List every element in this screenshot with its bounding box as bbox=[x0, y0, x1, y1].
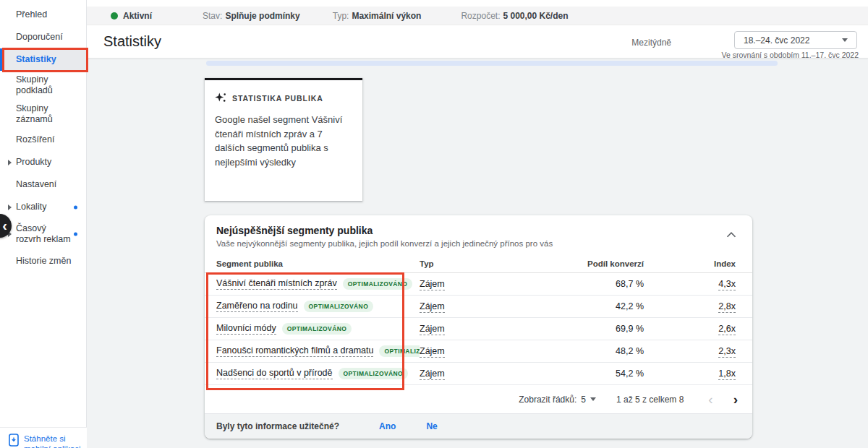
chevron-down-icon bbox=[842, 38, 848, 42]
sidebar-item-label: Přehled bbox=[16, 9, 47, 20]
index-value[interactable]: 2,8x bbox=[718, 301, 736, 313]
sidebar-item-label: Časový rozvrh reklam bbox=[16, 223, 72, 245]
rozpocet-value: 5 000,00 Kč/den bbox=[503, 11, 568, 21]
sidebar: Přehled Doporučení Statistiky Skupiny po… bbox=[0, 0, 87, 448]
insight-card-body: Google našel segment Vášniví čtenáři mís… bbox=[205, 104, 362, 169]
next-page-button[interactable]: › bbox=[733, 392, 738, 408]
sidebar-item-label: Historie změn bbox=[16, 256, 71, 267]
index-value[interactable]: 1,8x bbox=[718, 369, 736, 380]
podil-value: 68,7 % bbox=[557, 279, 644, 289]
col-index: Index bbox=[644, 259, 736, 268]
col-podil: Podíl konverzí bbox=[557, 259, 644, 268]
feedback-bar: Byly tyto informace užitečné? Ano Ne bbox=[205, 413, 752, 439]
sidebar-item-produkty[interactable]: Produkty bbox=[0, 151, 86, 173]
table-row: Nadšenci do sportů v příroděOPTIMALIZOVÁ… bbox=[205, 363, 752, 385]
col-segment: Segment publika bbox=[216, 259, 420, 268]
rozpocet-label: Rozpočet: bbox=[461, 11, 500, 21]
podil-value: 54,2 % bbox=[557, 369, 644, 379]
typ-link[interactable]: Zájem bbox=[420, 324, 445, 335]
expand-arrow-icon bbox=[8, 160, 12, 165]
feedback-yes-button[interactable]: Ano bbox=[379, 421, 396, 431]
podil-value: 42,2 % bbox=[557, 301, 644, 311]
typ-label: Typ: bbox=[333, 11, 349, 21]
typ-link[interactable]: Zájem bbox=[420, 369, 445, 380]
chevron-up-icon[interactable] bbox=[723, 227, 739, 243]
table-row: Zaměřeno na rodinuOPTIMALIZOVÁNO Zájem 4… bbox=[205, 296, 752, 318]
period-label: Mezitýdně bbox=[631, 38, 671, 48]
optimized-badge: OPTIMALIZOVÁNO bbox=[379, 345, 420, 357]
sidebar-item-label: Nastavení bbox=[16, 179, 56, 190]
stav-label: Stav: bbox=[203, 11, 222, 21]
pagination-row: Zobrazit řádků: 5 1 až 5 z celkem 8 ‹ › bbox=[205, 385, 752, 413]
optimized-badge: OPTIMALIZOVÁNO bbox=[282, 323, 352, 335]
sidebar-item-casovy-rozvrh[interactable]: Časový rozvrh reklam bbox=[0, 218, 86, 250]
feedback-no-button[interactable]: Ne bbox=[426, 421, 437, 431]
page-header: Statistiky Mezitýdně 18.–24. čvc 2022 Ve… bbox=[87, 25, 868, 59]
comparison-note: Ve srovnání s obdobím 11.–17. čvc 2022 bbox=[721, 51, 859, 59]
campaign-state[interactable]: Aktivní bbox=[111, 11, 152, 21]
sidebar-item-label: Skupiny podkladů bbox=[16, 74, 80, 96]
sidebar-item-label: Skupiny záznamů bbox=[16, 103, 80, 125]
insights-sparkle-icon bbox=[215, 92, 227, 104]
top-segments-panel: Nejúspěšnější segmenty publika Vaše nejv… bbox=[205, 215, 752, 439]
chevron-down-icon bbox=[590, 397, 596, 401]
segment-link[interactable]: Milovníci módy bbox=[216, 323, 276, 335]
table-row: Milovníci módyOPTIMALIZOVÁNO Zájem 69,9 … bbox=[205, 318, 752, 340]
sidebar-item-statistiky[interactable]: Statistiky bbox=[0, 48, 86, 71]
sidebar-item-label: Produkty bbox=[16, 157, 51, 168]
sidebar-item-historie-zmen[interactable]: Historie změn bbox=[0, 250, 86, 272]
sidebar-item-rozsireni[interactable]: Rozšíření bbox=[0, 129, 86, 151]
panel-title: Nejúspěšnější segmenty publika bbox=[216, 225, 741, 236]
typ-link[interactable]: Zájem bbox=[420, 346, 445, 358]
sidebar-item-prehled[interactable]: Přehled bbox=[0, 4, 86, 26]
index-value[interactable]: 4,3x bbox=[718, 279, 736, 290]
sidebar-item-doporuceni[interactable]: Doporučení bbox=[0, 26, 86, 48]
sidebar-item-label: Lokality bbox=[16, 202, 46, 212]
table-row: Vášniví čtenáři místních zprávOPTIMALIZO… bbox=[205, 273, 752, 296]
page-title: Statistiky bbox=[103, 33, 161, 50]
date-range-value: 18.–24. čvc 2022 bbox=[744, 35, 809, 46]
pagination-range: 1 až 5 z celkem 8 bbox=[616, 395, 684, 405]
sidebar-item-nastaveni[interactable]: Nastavení bbox=[0, 173, 86, 196]
optimized-badge: OPTIMALIZOVÁNO bbox=[304, 301, 374, 312]
campaign-rozpocet: Rozpočet: 5 000,00 Kč/den bbox=[461, 11, 568, 21]
rows-per-page-value: 5 bbox=[581, 395, 586, 405]
typ-link[interactable]: Zájem bbox=[420, 301, 445, 313]
insight-card-title: STATISTIKA PUBLIKA bbox=[232, 94, 323, 103]
scrolled-card-sliver bbox=[206, 61, 778, 66]
notification-dot-icon bbox=[74, 205, 77, 209]
podil-value: 48,2 % bbox=[557, 346, 644, 356]
campaign-status-bar: Aktivní Stav: Splňuje podmínky Typ: Maxi… bbox=[87, 7, 868, 25]
typ-link[interactable]: Zájem bbox=[420, 279, 445, 290]
chevron-left-icon: ‹ bbox=[2, 217, 7, 234]
col-typ: Typ bbox=[420, 259, 557, 268]
panel-subtitle: Vaše nejvýkonnější segmenty publika, jej… bbox=[216, 239, 741, 248]
notification-dot-icon bbox=[74, 233, 77, 236]
segment-link[interactable]: Zaměřeno na rodinu bbox=[216, 301, 298, 312]
sidebar-item-skupiny-podkladu[interactable]: Skupiny podkladů bbox=[0, 71, 86, 100]
campaign-state-label: Aktivní bbox=[123, 11, 152, 21]
download-app-link[interactable]: Stáhněte si mobilní aplikaci bbox=[0, 427, 87, 448]
rows-per-page-select[interactable]: Zobrazit řádků: 5 bbox=[519, 395, 596, 405]
segment-link[interactable]: Fanoušci romantických filmů a dramatu bbox=[216, 345, 373, 357]
expand-arrow-icon bbox=[8, 204, 12, 210]
segment-link[interactable]: Vášniví čtenáři místních zpráv bbox=[216, 278, 337, 290]
stav-value: Splňuje podmínky bbox=[225, 11, 299, 21]
audience-insight-card[interactable]: STATISTIKA PUBLIKA Google našel segment … bbox=[205, 78, 362, 201]
date-range-select[interactable]: 18.–24. čvc 2022 bbox=[734, 31, 857, 49]
sidebar-item-lokality[interactable]: Lokality bbox=[0, 196, 86, 218]
index-value[interactable]: 2,6x bbox=[718, 324, 736, 335]
active-status-dot-icon bbox=[111, 12, 118, 20]
content-area: STATISTIKA PUBLIKA Google našel segment … bbox=[87, 59, 868, 448]
sidebar-item-label: Statistiky bbox=[16, 54, 56, 65]
segment-link[interactable]: Nadšenci do sportů v přírodě bbox=[216, 368, 333, 379]
table-row: Fanoušci romantických filmů a dramatuOPT… bbox=[205, 340, 752, 363]
optimized-badge: OPTIMALIZOVÁNO bbox=[339, 368, 409, 379]
feedback-question: Byly tyto informace užitečné? bbox=[216, 421, 339, 431]
podil-value: 69,9 % bbox=[557, 324, 644, 334]
previous-page-button[interactable]: ‹ bbox=[708, 392, 712, 408]
rows-per-page-label: Zobrazit řádků: bbox=[519, 395, 576, 405]
sidebar-item-skupiny-zaznamu[interactable]: Skupiny záznamů bbox=[0, 100, 86, 129]
index-value[interactable]: 2,3x bbox=[718, 346, 736, 358]
sidebar-item-label: Doporučení bbox=[16, 32, 63, 43]
